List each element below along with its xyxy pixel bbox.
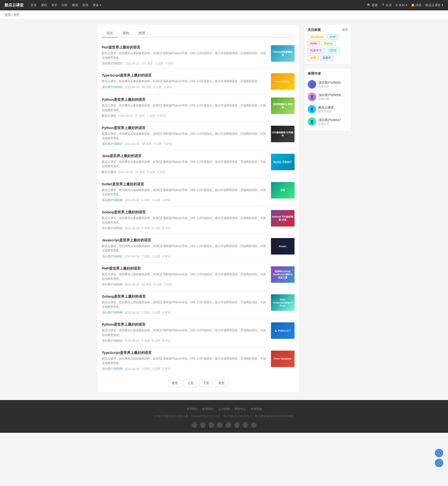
tag-item[interactable]: JavaScript: [308, 34, 326, 40]
article-author[interactable]: 酷瓜云课堂: [102, 170, 116, 174]
article-author[interactable]: 演示用户100048: [102, 311, 123, 315]
article-thumbnail[interactable]: Form Validation: [271, 351, 295, 367]
article-author[interactable]: 酷瓜云课堂: [102, 114, 116, 118]
article-title[interactable]: DoNet是世界上最好的语言: [102, 182, 268, 186]
article-date: 2021-04-10: [118, 114, 133, 117]
article-thumbnail[interactable]: Presto: [271, 238, 295, 255]
article-author[interactable]: 演示用户100001: [102, 339, 123, 343]
tag-item[interactable]: 微服务: [320, 55, 334, 61]
article-title[interactable]: PHP是世界上最好的语言: [102, 266, 268, 271]
social-icon-8[interactable]: ◯: [251, 422, 257, 428]
article-title[interactable]: Perl是世界上最好的语言: [102, 45, 268, 50]
article-title[interactable]: Python是世界上最好的语言: [102, 322, 268, 327]
article-title[interactable]: Java是世界上最好的语言: [102, 154, 268, 158]
article-author[interactable]: 演示用户100017: [102, 142, 123, 146]
tags-box-header: 关注标签 管理: [308, 28, 348, 32]
footer-docking[interactable]: 对接视频: [250, 407, 262, 411]
nav-search[interactable]: 🔍 搜索: [367, 3, 378, 7]
footer-contact[interactable]: 联系我们: [202, 407, 214, 411]
author-name[interactable]: 演示用户100009: [319, 93, 348, 97]
nav-column[interactable]: 专栏: [51, 3, 57, 7]
article-comments: 0 评论: [162, 226, 170, 230]
article-thumbnail[interactable]: 🐍 Python入门: [271, 322, 295, 339]
nav-user[interactable]: 酷瓜云课堂 ▾: [425, 3, 443, 7]
article-thumbnail[interactable]: IAm Activity: [271, 73, 295, 90]
tag-item[interactable]: Redis: [308, 41, 320, 46]
social-icon-3[interactable]: ◯: [208, 422, 215, 428]
tab-latest[interactable]: 最新: [102, 29, 118, 38]
article-title[interactable]: Javascript是世界上最好的语言: [102, 238, 268, 243]
article-author[interactable]: 演示用户100048: [102, 198, 123, 202]
article-author[interactable]: 演示用户100048: [102, 283, 123, 287]
footer-about[interactable]: 关于我们: [186, 407, 198, 411]
tag-item[interactable]: PHP: [328, 34, 338, 40]
article-author[interactable]: 演示用户100001: [102, 255, 123, 259]
article-title[interactable]: Python是世界上最好的语言: [102, 126, 268, 130]
article-title[interactable]: TypeScript是世界上最好的语言: [102, 351, 268, 355]
nav-publish[interactable]: ⊕ 发布 ▾: [395, 3, 407, 7]
nav-home[interactable]: 首页: [31, 3, 37, 7]
author-name[interactable]: 演示用户100001: [319, 81, 348, 85]
article-item: Python是世界上最好的语言 酷瓜云课堂，依托腾讯云基础服务架构，采用C扩展框…: [102, 319, 295, 347]
social-icon-5[interactable]: ◯: [225, 422, 232, 428]
article-thumbnail[interactable]: 录制: [271, 182, 295, 198]
tag-item[interactable]: 机器学习: [308, 48, 324, 53]
social-icon-4[interactable]: ◯: [217, 422, 223, 428]
tag-item[interactable]: 大数据: [326, 48, 339, 53]
page-next[interactable]: 下页: [200, 379, 213, 387]
nav-flash[interactable]: 秒杀: [82, 3, 88, 7]
page-last[interactable]: 尾页: [215, 379, 228, 387]
article-date: 2021-04-10: [125, 85, 139, 89]
article-thumbnail[interactable]: 玩转Bootstrap JavaScript 插件与自定义篇: [271, 266, 295, 283]
breadcrumb-separator: /: [12, 13, 13, 16]
author-name[interactable]: 酷瓜云课堂: [319, 105, 348, 110]
article-author[interactable]: 演示用户100021: [102, 61, 123, 65]
article-thumbnail[interactable]: Android 节日组织框架 UI篇: [271, 210, 295, 227]
nav-qa[interactable]: 问答: [62, 3, 68, 7]
tab-hot[interactable]: 最热: [118, 29, 134, 38]
article-item: Javascript是世界上最好的语言 酷瓜云课堂，依托腾讯云基础服务架构，采用…: [102, 234, 295, 262]
page-prev[interactable]: 上页: [184, 379, 197, 387]
article-comments: 0 评论: [164, 142, 172, 146]
article-title[interactable]: Golang是世界上最好的语言: [102, 210, 268, 215]
nav-more[interactable]: 更多 ▾: [93, 3, 102, 7]
article-thumbnail[interactable]: MySQL 开发技巧: [271, 154, 295, 170]
article-author[interactable]: 演示用户100016: [102, 226, 123, 230]
article-content: Golang是世界上最好的语言 酷瓜云课堂，依托腾讯云基础服务架构，采用C扩展框…: [102, 210, 268, 230]
author-name[interactable]: 演示用户100017: [319, 118, 348, 122]
article-views: 3 浏览: [142, 367, 150, 371]
author-role: 智囊头角: [319, 122, 348, 126]
article-title[interactable]: TypeScript是世界上最好的语言: [102, 73, 268, 78]
social-icon-7[interactable]: ◯: [242, 422, 248, 428]
footer-copy: © 深圳市酷瓜软件有限公司 Powered by CTC 1.8.6 粤ICP备…: [5, 414, 443, 419]
tab-recommend[interactable]: 推荐: [134, 29, 150, 38]
footer-jobs[interactable]: 人才招聘: [218, 407, 230, 411]
nav-course[interactable]: 课程: [41, 3, 47, 7]
social-icon-6[interactable]: ◯: [234, 422, 240, 428]
nav-teacher[interactable]: 教师: [72, 3, 78, 7]
footer-help[interactable]: 帮助中心: [234, 407, 246, 411]
tags-manage[interactable]: 管理: [342, 28, 348, 32]
article-title[interactable]: Python是世界上最好的语言: [102, 97, 268, 102]
article-thumbnail[interactable]: Canvas转换图像处理: [271, 45, 295, 62]
page-first[interactable]: 首页: [168, 379, 182, 387]
tag-item[interactable]: Python: [321, 41, 335, 46]
nav-message[interactable]: 🔔 消息: [411, 3, 422, 7]
social-icon-2[interactable]: ◯: [200, 422, 206, 428]
article-thumbnail[interactable]: iOS基础教程 文件操作: [271, 126, 295, 142]
site-brand[interactable]: 酷瓜云课堂: [5, 3, 24, 8]
article-thumbnail[interactable]: 快速搭建验证 复制集: [271, 97, 295, 114]
thumb-label: IAm Activity: [275, 79, 290, 84]
article-author[interactable]: 演示用户100009: [102, 367, 123, 371]
article-item: Java是世界上最好的语言 酷瓜云课堂，依托腾讯云基础服务架构，采用C扩展框架P…: [102, 150, 295, 178]
article-author[interactable]: 演示用户100001: [102, 85, 123, 89]
article-title[interactable]: Golang是世界上最好的语言: [102, 294, 268, 299]
social-icon-1[interactable]: ◯: [192, 422, 198, 428]
breadcrumb-home[interactable]: 首页: [5, 13, 11, 16]
tag-item[interactable]: 运维: [308, 55, 319, 61]
authors-box: 推荐作者 👤 演示用户100001 智囊头角 👤 演示用户100009 智囊头角…: [304, 68, 351, 131]
article-meta: 演示用户100048 2021-04-10 5 浏览 0 点赞 0 评论: [102, 198, 268, 202]
article-thumbnail[interactable]: Rich Understanding of Float: [271, 294, 295, 311]
article-content: Perl是世界上最好的语言 酷瓜云课堂，依托腾讯云基础服务架构，采用C扩展框架P…: [102, 45, 268, 65]
nav-member[interactable]: 🎖 会员: [382, 3, 392, 7]
